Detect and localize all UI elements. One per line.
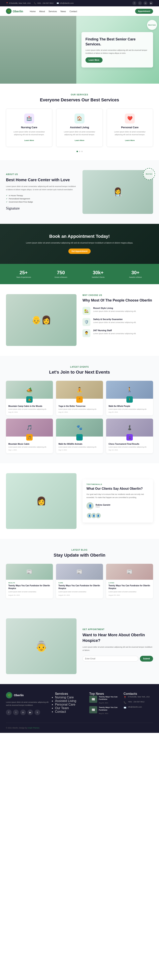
event-desc-5: Lorem ipsum dolor sit amet consectetur a… (109, 446, 151, 448)
hero-badge: Best Care (147, 20, 157, 30)
appointment-button[interactable]: Appointment (135, 9, 153, 14)
assisted-icon: 🏠 (74, 113, 85, 124)
cta-tag: Get Appointment (82, 628, 153, 630)
feature-1: In House Therapy (6, 194, 77, 197)
author-avatar: 👤 (87, 502, 94, 509)
why-feature-1: 🛡️ Safety & Security Guarantee Lorem ips… (82, 318, 153, 326)
topbar-twitter[interactable]: t (138, 1, 142, 5)
footer-instagram[interactable]: in (20, 710, 26, 715)
feature-3: Government Best Price Badge (6, 200, 77, 204)
why-icon-0: 🏡 (82, 307, 90, 315)
nav-home[interactable]: Home (30, 10, 36, 13)
event-date-5: Sep 10, 2021 (109, 449, 151, 451)
topbar-facebook[interactable]: f (132, 1, 136, 5)
footer-service-4[interactable]: Contact (55, 710, 85, 714)
hero-desc: Lorem ipsum dolor sit amet consectetur a… (85, 49, 149, 54)
footer-facebook[interactable]: f (6, 710, 11, 715)
footer-service-0[interactable]: Nursing Care (55, 695, 85, 699)
nav-contact[interactable]: Contact (69, 10, 77, 13)
footer-youtube[interactable]: ▶ (27, 710, 33, 715)
stat-achievers: 750 Great Achievers (43, 270, 79, 278)
assisted-link[interactable]: Learn More (75, 139, 85, 142)
hero-cta-button[interactable]: Learn More (85, 57, 102, 63)
topbar-instagram[interactable]: in (143, 1, 148, 5)
about-section: About Us Best Home Care Center with Love… (0, 160, 159, 224)
footer-news-1[interactable]: 📰 Twenty Ways You Can Fundraise Aug 22, … (89, 706, 119, 715)
contact-email: info@oberlin.com (128, 706, 142, 709)
about-tag: About Us (6, 173, 77, 175)
event-desc-0: Lorem ipsum dolor sit amet consectetur a… (8, 408, 50, 410)
about-title: Best Home Care Center with Love (6, 177, 77, 183)
personal-link[interactable]: Learn More (125, 139, 135, 142)
nav-about[interactable]: About (39, 10, 45, 13)
nursing-title: Nursing Care (9, 126, 49, 129)
footer-about-col: 🌿 Oberlin Lorem ipsum dolor sit amet con… (6, 692, 50, 717)
logo-text: Oberlin (13, 10, 23, 13)
blog-img-2: 📰 (106, 564, 153, 580)
blog-post-date-0: August 20, 2021 (8, 594, 50, 596)
dot-2[interactable] (79, 151, 80, 152)
cta-desc: Lorem ipsum dolor sit amet consectetur a… (82, 646, 153, 652)
topbar-youtube[interactable]: ▶ (149, 1, 153, 5)
service-card-assisted[interactable]: 🏠 Assisted Living Lorem ipsum dolor sit … (56, 108, 102, 147)
event-card-4[interactable]: 🐾 🐾 Walk the Wildlife Animals Lorem ipsu… (56, 418, 103, 453)
cta-email-input[interactable] (82, 656, 139, 662)
footer-linkedin[interactable]: li (35, 710, 40, 715)
nursing-link[interactable]: Learn More (24, 139, 34, 142)
nav-services[interactable]: Services (49, 10, 57, 13)
appointment-title: Book an Appointment Today! (6, 234, 153, 239)
event-card-0[interactable]: 🏕️ 🏕️ Mountain Camp Cabin in the Woods L… (6, 381, 53, 415)
services-title: Everyone Deserves Our Best Services (6, 97, 153, 103)
testimonial-author: 👤 Robins Garwint Client (87, 502, 149, 509)
event-title-3: Mountain Music Cabin (8, 443, 50, 445)
footer-news-0[interactable]: 📰 Twenty Ways You Can Fundraise Aug 20, … (89, 695, 119, 704)
blog-card-0[interactable]: 📰 Health Twenty Ways You Can Fundraise f… (6, 564, 53, 598)
footer-service-3[interactable]: Our Team (55, 706, 85, 710)
stats-section: 25+ Years Experiences 750 Great Achiever… (0, 264, 159, 284)
nav-news[interactable]: News (60, 10, 66, 13)
event-badge-1: 🧘 (76, 396, 83, 402)
logo[interactable]: 🌿 Oberlin (6, 8, 24, 14)
hero-content: Finding The Best Senior Care Services. L… (82, 32, 153, 67)
dot-1[interactable] (77, 151, 78, 152)
stat-num-1: 750 (43, 270, 79, 275)
appointment-section: Book an Appointment Today! Lorem ipsum d… (0, 224, 159, 264)
blog-info-2: Living Twenty Ways You Can Fundraise for… (106, 580, 153, 598)
blog-post-desc-1: Lorem ipsum dolor sit amet consectetur. (58, 591, 101, 593)
testimonial-tag: Testimonials (87, 483, 149, 485)
footer-service-2[interactable]: Personal Care (55, 703, 85, 706)
footer-service-1[interactable]: Assisted Living (55, 699, 85, 703)
why-feature-title-2: 24/7 Nursing Staff (93, 329, 136, 332)
why-feature-2: 👨‍⚕️ 24/7 Nursing Staff Lorem ipsum dolo… (82, 329, 153, 337)
news-date-0: Aug 20, 2021 (99, 702, 108, 704)
footer-twitter[interactable]: t (13, 710, 19, 715)
stat-experiences: 25+ Years Experiences (6, 270, 41, 278)
testimonial-card: Testimonials What Our Clients Say About … (82, 479, 153, 523)
footer-design-credit[interactable]: Ample Themes (27, 727, 39, 729)
author-info: Robins Garwint Client (96, 504, 110, 508)
event-title-1: Yoga in the Better Tomorrow (58, 405, 101, 407)
service-card-personal[interactable]: ❤️ Personal Care Lorem ipsum dolor sit a… (107, 108, 153, 147)
personal-desc: Lorem ipsum dolor sit amet consectetur a… (110, 130, 150, 136)
why-feature-desc-2: Lorem ipsum dolor sit amet consectetur a… (93, 332, 136, 335)
cta-section: 👵 Get Appointment Want to Hear More Abou… (0, 608, 159, 684)
news-text-0: Twenty Ways You Can Fundraise Aug 20, 20… (99, 695, 119, 704)
event-date-0: Aug 20, 2021 (8, 411, 50, 413)
event-title-2: Walk the Whole People (109, 405, 151, 407)
event-card-3[interactable]: 🎵 🎵 Mountain Music Cabin Lorem ipsum dol… (6, 418, 53, 453)
event-card-1[interactable]: 🧘 🧘 Yoga in the Better Tomorrow Lorem ip… (56, 381, 103, 415)
footer-contacts-col: Contacts 📍 8 Rockville, New York, USA 📞 … (124, 692, 153, 717)
event-card-5[interactable]: ♟️ ♟️ Chess Tournament Final Results Lor… (106, 418, 153, 453)
why-feature-text-2: 24/7 Nursing Staff Lorem ipsum dolor sit… (93, 329, 136, 335)
event-card-2[interactable]: 🚶 🚶 Walk the Whole People Lorem ipsum do… (106, 381, 153, 415)
stat-label-0: Years Experiences (6, 276, 41, 278)
blog-info-0: Health Twenty Ways You Can Fundraise for… (6, 580, 53, 598)
blog-card-2[interactable]: 📰 Living Twenty Ways You Can Fundraise f… (106, 564, 153, 598)
blog-title: Stay Update with Oberlin (6, 553, 153, 558)
blog-card-1[interactable]: 📰 Care Twenty Ways You Can Fundraise for… (56, 564, 103, 598)
why-feature-desc-1: Lorem ipsum dolor sit amet consectetur a… (93, 321, 136, 324)
service-card-nursing[interactable]: 🏥 Nursing Care Lorem ipsum dolor sit ame… (6, 108, 52, 147)
appointment-button[interactable]: Get Appointment (68, 248, 91, 254)
cta-submit-button[interactable]: Submit (140, 656, 153, 662)
dot-3[interactable] (81, 151, 83, 152)
